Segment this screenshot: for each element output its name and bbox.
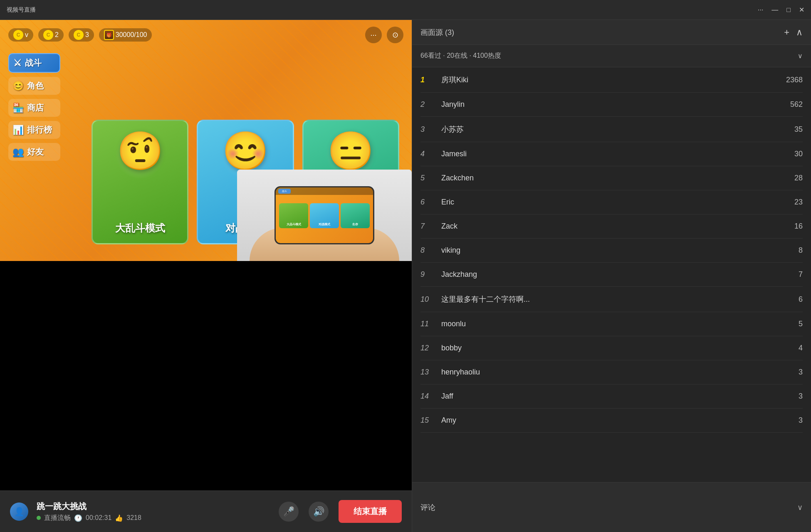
window-controls: ··· — □ ✕ xyxy=(758,6,804,14)
phone-card-2: 对战模式 xyxy=(310,203,339,228)
menu-shop[interactable]: 🏪 商店 xyxy=(8,99,60,117)
collapse-panel-button[interactable]: ∧ xyxy=(796,27,803,38)
menu-shop-label: 商店 xyxy=(27,102,44,113)
menu-friends[interactable]: 👥 好友 xyxy=(8,143,60,161)
table-row: 14Jaff3 xyxy=(420,384,803,409)
coin-1: C v xyxy=(8,28,33,42)
phone-card-1: 大品斗模式 xyxy=(279,203,308,228)
menu-dots-button[interactable]: ··· xyxy=(365,27,382,43)
stats-chevron[interactable]: ∨ xyxy=(798,52,803,60)
rank-number: 8 xyxy=(420,246,437,255)
table-row: 9Jackzhang7 xyxy=(420,263,803,287)
avatar: 👤 xyxy=(10,502,28,521)
rank-number: 13 xyxy=(420,368,437,377)
more-options-button[interactable]: ··· xyxy=(758,6,763,14)
phone-mini-cards: 大品斗模式 对战模式 生存 xyxy=(276,195,373,232)
menu-battle[interactable]: ⚔ 战斗 xyxy=(8,53,60,73)
menu-character[interactable]: 😊 角色 xyxy=(8,77,60,95)
likes-icon: 👍 xyxy=(115,514,123,522)
duration-icon: 🕐 xyxy=(74,514,82,522)
card-battle-royale[interactable]: 🤨 大乱斗模式 xyxy=(91,120,188,244)
likes-count: 3218 xyxy=(126,514,141,522)
rank-name: moonlu xyxy=(437,320,799,328)
stream-status: 直播流畅 🕐 00:02:31 👍 3218 xyxy=(37,514,141,522)
card-emoji-1: 🤨 xyxy=(117,129,163,173)
title-bar: 视频号直播 ··· — □ ✕ xyxy=(0,0,811,20)
video-area: C v C 2 C 3 🎁 30000/100 xyxy=(0,20,412,532)
rank-score: 23 xyxy=(794,198,803,207)
speaker-button[interactable]: 🔊 xyxy=(309,502,329,522)
table-row: 3小苏苏35 xyxy=(420,117,803,142)
table-row: 8viking8 xyxy=(420,239,803,263)
rank-score: 7 xyxy=(799,270,803,279)
microphone-icon: 🎤 xyxy=(283,506,294,517)
bottom-bar: 👤 跳一跳大挑战 直播流畅 🕐 00:02:31 👍 3218 🎤 🔊 xyxy=(0,490,412,532)
coin-2: C 2 xyxy=(38,28,64,42)
game-hud: C v C 2 C 3 🎁 30000/100 xyxy=(8,27,403,43)
menu-ranking[interactable]: 📊 排行榜 xyxy=(8,121,60,139)
menu-battle-label: 战斗 xyxy=(25,57,42,69)
rank-number: 11 xyxy=(420,320,437,328)
rank-score: 28 xyxy=(794,174,803,182)
coin-value-1: v xyxy=(25,31,28,39)
add-source-button[interactable]: + xyxy=(784,27,789,38)
rank-number: 9 xyxy=(420,270,437,279)
table-row: 7Zack16 xyxy=(420,214,803,239)
game-menu: ⚔ 战斗 😊 角色 🏪 商店 📊 排行榜 xyxy=(8,53,60,161)
menu-ranking-label: 排行榜 xyxy=(27,124,52,135)
rank-name: viking xyxy=(437,246,799,255)
comments-chevron[interactable]: ∨ xyxy=(797,503,803,512)
character-icon: 😊 xyxy=(12,81,24,91)
bottom-controls: 🎤 🔊 结束直播 xyxy=(279,500,402,523)
end-stream-button[interactable]: 结束直播 xyxy=(339,500,402,523)
table-row: 15Amy3 xyxy=(420,409,803,433)
table-row: 2Janylin562 xyxy=(420,93,803,117)
table-row: 12bobby4 xyxy=(420,336,803,360)
rank-name: Eric xyxy=(437,198,794,207)
phone-overlay: 战斗 大品斗模式 对战模式 生存 xyxy=(237,170,412,261)
rank-score: 2368 xyxy=(786,76,803,84)
coin-3: C 3 xyxy=(69,28,94,42)
status-dot xyxy=(37,516,41,520)
maximize-button[interactable]: □ xyxy=(786,6,791,14)
rank-name: Jaff xyxy=(437,392,799,401)
phone-hands: 战斗 大品斗模式 对战模式 生存 xyxy=(237,170,412,261)
rank-number: 15 xyxy=(420,416,437,425)
table-row: 5Zackchen28 xyxy=(420,166,803,190)
rank-score: 35 xyxy=(794,125,803,134)
rank-name: Zack xyxy=(437,222,794,231)
rank-name: Jackzhang xyxy=(437,270,799,279)
coin-value-2: 2 xyxy=(55,31,59,39)
rank-number: 2 xyxy=(420,100,437,109)
comments-section[interactable]: 评论 ∨ xyxy=(412,482,811,532)
main-layout: C v C 2 C 3 🎁 30000/100 xyxy=(0,20,811,532)
rank-name: 这里最多有十二个字符啊... xyxy=(437,294,799,304)
microphone-button[interactable]: 🎤 xyxy=(279,502,299,522)
rank-number: 6 xyxy=(420,198,437,207)
rank-number: 5 xyxy=(420,174,437,182)
rank-number: 3 xyxy=(420,125,437,134)
views-count: 66看过 · 20在线 · 4100热度 xyxy=(420,52,501,60)
ranking-icon: 📊 xyxy=(12,125,24,135)
shop-icon: 🏪 xyxy=(12,103,24,113)
close-button[interactable]: ✕ xyxy=(799,6,804,14)
comments-label: 评论 xyxy=(420,502,435,512)
target-button[interactable]: ⊙ xyxy=(387,27,403,43)
rank-number: 1 xyxy=(420,76,437,84)
speaker-icon: 🔊 xyxy=(313,506,324,517)
rank-name: bobby xyxy=(437,344,799,352)
table-row: 11moonlu5 xyxy=(420,312,803,336)
coin-icon-3: C xyxy=(74,30,84,40)
status-label: 直播流畅 xyxy=(44,514,71,522)
stats-row: 66看过 · 20在线 · 4100热度 ∨ xyxy=(412,45,811,67)
minimize-button[interactable]: — xyxy=(771,6,778,14)
panel-header: 画面源 (3) + ∧ xyxy=(412,20,811,45)
table-row: 6Eric23 xyxy=(420,190,803,214)
chest-value: 30000/100 xyxy=(116,31,147,39)
rank-score: 3 xyxy=(799,368,803,377)
rank-name: Amy xyxy=(437,416,799,425)
friends-icon: 👥 xyxy=(12,147,24,158)
app-title: 视频号直播 xyxy=(7,6,36,14)
video-container: C v C 2 C 3 🎁 30000/100 xyxy=(0,20,412,490)
rank-name: 小苏苏 xyxy=(437,124,794,134)
